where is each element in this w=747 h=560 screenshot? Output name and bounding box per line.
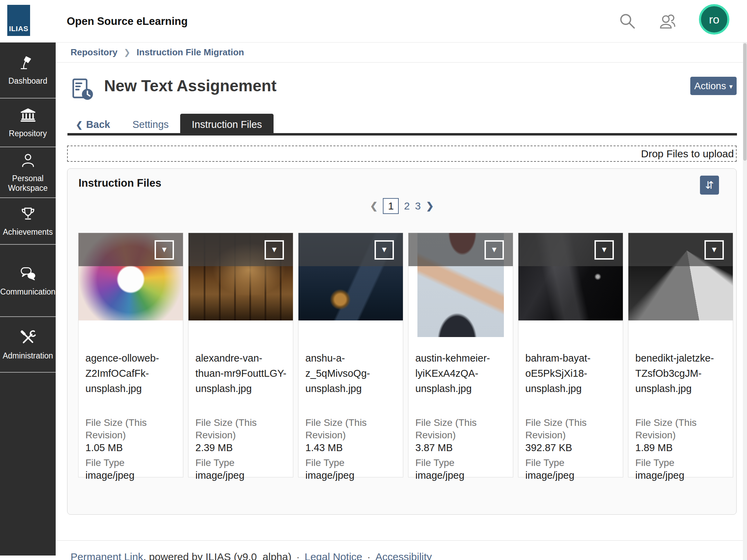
tab-instruction-files[interactable]: Instruction Files <box>180 114 274 136</box>
pagination-prev-icon[interactable]: ❮ <box>370 200 378 212</box>
main-sidebar: Dashboard Repository Personal Workspace <box>0 43 56 556</box>
card-dropdown-button[interactable]: ▾ <box>704 240 724 260</box>
powered-by-text: , powered by ILIAS (v9.0_alpha) <box>143 551 292 560</box>
sidebar-item-administration[interactable]: Administration <box>0 317 56 373</box>
file-size-value: 1.89 MB <box>635 441 729 454</box>
thumbnail-area: ▾ <box>628 233 733 348</box>
pagination: ❮ 1 2 3 ❯ <box>67 198 736 214</box>
file-meta: File Size (This Revision) 1.05 MB File T… <box>85 417 179 482</box>
ilias-logo-text: ILIAS <box>9 25 28 33</box>
file-meta: File Size (This Revision) 1.43 MB File T… <box>305 417 399 482</box>
main-content: Repository ❯ Instruction File Migration … <box>56 43 747 560</box>
vertical-scrollbar[interactable] <box>743 43 747 560</box>
file-size-value: 1.43 MB <box>305 441 399 454</box>
pagination-page-2[interactable]: 2 <box>404 200 410 212</box>
file-card: ▾ alexandre-van-thuan-mr9FouttLGY-unspla… <box>188 233 293 477</box>
person-icon <box>19 152 37 169</box>
file-type-label: File Type <box>415 457 509 469</box>
file-size-value: 1.05 MB <box>85 441 179 454</box>
top-header: ILIAS Open Source eLearning ro <box>0 0 747 43</box>
sidebar-item-label: Repository <box>8 129 48 138</box>
page-title: New Text Assignement <box>104 76 276 95</box>
file-type-label: File Type <box>305 457 399 469</box>
card-dropdown-button[interactable]: ▾ <box>594 240 614 260</box>
sidebar-item-achievements[interactable]: Achievements <box>0 198 56 245</box>
card-dropdown-button[interactable]: ▾ <box>265 240 284 260</box>
pagination-page-3[interactable]: 3 <box>415 200 421 212</box>
file-name: alexandre-van-thuan-mr9FouttLGY-unsplash… <box>195 351 289 396</box>
avatar-initials: ro <box>709 13 719 26</box>
sidebar-item-label: Communication <box>0 287 57 297</box>
panel-title: Instruction Files <box>79 177 161 189</box>
sidebar-item-label: Personal Workspace <box>0 174 56 193</box>
file-type-label: File Type <box>635 457 729 469</box>
file-type-value: image/jpeg <box>415 469 509 482</box>
sort-button[interactable]: ⇵ <box>700 176 719 195</box>
pagination-next-icon[interactable]: ❯ <box>426 200 434 212</box>
avatar[interactable]: ro <box>699 4 729 35</box>
caret-down-icon: ▾ <box>162 245 166 254</box>
ilias-logo[interactable]: ILIAS <box>7 5 30 36</box>
file-size-label: File Size (This Revision) <box>85 417 179 441</box>
sidebar-item-dashboard[interactable]: Dashboard <box>0 43 56 99</box>
breadcrumb-repository[interactable]: Repository <box>71 47 118 58</box>
file-type-value: image/jpeg <box>85 469 179 482</box>
file-size-label: File Size (This Revision) <box>635 417 729 441</box>
thumbnail-area: ▾ <box>79 233 183 348</box>
chat-bubbles-icon <box>19 265 37 283</box>
sidebar-item-label: Achievements <box>1 227 54 237</box>
scrollbar-thumb[interactable] <box>743 43 747 161</box>
instruction-files-panel: Instruction Files ⇵ ❮ 1 2 3 ❯ ▾ agence-o… <box>67 168 737 515</box>
file-type-label: File Type <box>525 457 619 469</box>
legal-notice-link[interactable]: Legal Notice <box>305 551 362 560</box>
sidebar-item-personal-workspace[interactable]: Personal Workspace <box>0 147 56 198</box>
app-title: Open Source eLearning <box>67 0 188 43</box>
tab-instruction-files-label: Instruction Files <box>192 119 262 130</box>
search-icon[interactable] <box>618 11 637 31</box>
desk-lamp-icon <box>19 55 37 72</box>
card-dropdown-button[interactable]: ▾ <box>485 240 504 260</box>
card-dropdown-button[interactable]: ▾ <box>375 240 394 260</box>
file-card: ▾ bahram-bayat-oE5PkSjXi18-unsplash.jpg … <box>518 233 623 477</box>
file-type-value: image/jpeg <box>635 469 729 482</box>
file-size-label: File Size (This Revision) <box>305 417 399 441</box>
thumbnail-area: ▾ <box>188 233 293 348</box>
actions-button[interactable]: Actions ▾ <box>690 77 737 95</box>
assignment-file-clock-icon <box>71 78 94 102</box>
file-name: austin-kehmeier-lyiKExA4zQA-unsplash.jpg <box>415 351 509 396</box>
tab-settings[interactable]: Settings <box>132 114 169 136</box>
tab-back-label: Back <box>86 119 110 130</box>
caret-down-icon: ▾ <box>272 245 276 254</box>
sidebar-item-repository[interactable]: Repository <box>0 99 56 147</box>
caret-down-icon: ▾ <box>492 245 496 254</box>
file-size-value: 2.39 MB <box>195 441 289 454</box>
dropzone-label: Drop Files to upload <box>641 148 734 160</box>
file-type-value: image/jpeg <box>525 469 619 482</box>
file-name: benedikt-jaletzke-TZsfOb3cgJM-unsplash.j… <box>635 351 729 396</box>
file-size-value: 3.87 MB <box>415 441 509 454</box>
file-card: ▾ austin-kehmeier-lyiKExA4zQA-unsplash.j… <box>408 233 513 477</box>
breadcrumb: Repository ❯ Instruction File Migration <box>56 43 743 63</box>
permanent-link[interactable]: Permanent Link <box>71 551 143 560</box>
page-footer: Permanent Link, powered by ILIAS (v9.0_a… <box>71 551 432 560</box>
content-bottom-divider <box>56 540 743 541</box>
accessibility-link[interactable]: Accessibility <box>376 551 432 560</box>
file-type-value: image/jpeg <box>195 469 289 482</box>
file-name: bahram-bayat-oE5PkSjXi18-unsplash.jpg <box>525 351 619 396</box>
actions-button-label: Actions <box>694 81 726 92</box>
thumbnail-area: ▾ <box>518 233 623 348</box>
file-card-grid: ▾ agence-olloweb-Z2ImfOCafFk-unsplash.jp… <box>78 233 733 477</box>
sort-icon: ⇵ <box>705 179 714 191</box>
who-is-online-icon[interactable] <box>658 11 677 31</box>
breadcrumb-instruction-file-migration[interactable]: Instruction File Migration <box>137 47 244 58</box>
card-dropdown-button[interactable]: ▾ <box>155 240 174 260</box>
file-dropzone[interactable]: Drop Files to upload <box>67 146 737 162</box>
file-meta: File Size (This Revision) 3.87 MB File T… <box>415 417 509 482</box>
file-card: ▾ benedikt-jaletzke-TZsfOb3cgJM-unsplash… <box>628 233 733 477</box>
tab-back[interactable]: ❮ Back <box>76 114 110 136</box>
file-name: agence-olloweb-Z2ImfOCafFk-unsplash.jpg <box>85 351 179 396</box>
pagination-page-1[interactable]: 1 <box>383 198 399 214</box>
sidebar-item-communication[interactable]: Communication <box>0 245 56 317</box>
chevron-left-icon: ❮ <box>76 120 83 130</box>
file-card: ▾ agence-olloweb-Z2ImfOCafFk-unsplash.jp… <box>78 233 183 477</box>
